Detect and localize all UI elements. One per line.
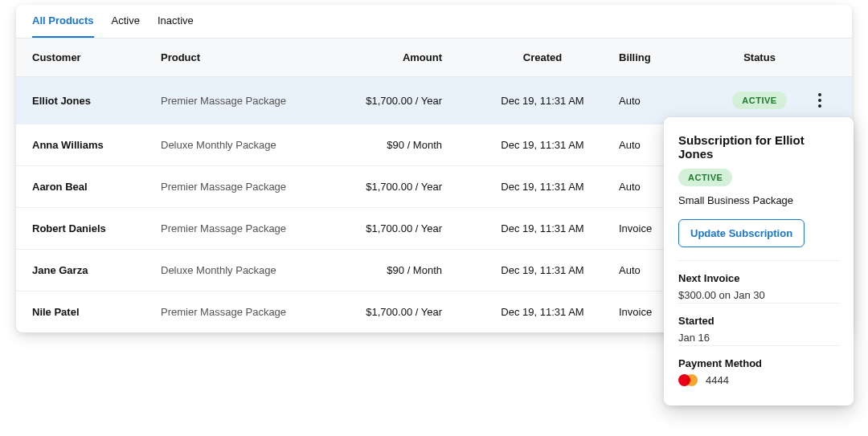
cell-product: Deluxe Monthly Package — [161, 139, 346, 151]
cell-product: Deluxe Monthly Package — [161, 264, 346, 276]
cell-status: ACTIVE — [715, 92, 804, 109]
payment-method-label: Payment Method — [678, 357, 839, 369]
cell-customer: Robert Daniels — [32, 222, 161, 234]
detail-title: Subscription for Elliot Jones — [678, 133, 839, 161]
started-section: Started Jan 16 — [678, 303, 839, 345]
started-value: Jan 16 — [678, 332, 839, 344]
cell-product: Premier Massage Package — [161, 222, 346, 234]
next-invoice-section: Next Invoice $300.00 on Jan 30 — [678, 260, 839, 303]
next-invoice-label: Next Invoice — [678, 272, 839, 284]
cell-created: Dec 19, 11:31 AM — [466, 222, 619, 234]
table-header: Customer Product Amount Created Billing … — [16, 39, 852, 77]
cell-product: Premier Massage Package — [161, 306, 346, 318]
tabs: All Products Active Inactive — [16, 5, 852, 39]
cell-amount: $90 / Month — [346, 139, 466, 151]
subscription-detail-panel: Subscription for Elliot Jones ACTIVE Sma… — [664, 117, 854, 405]
cell-customer: Aaron Beal — [32, 181, 161, 193]
card-last4: 4444 — [706, 374, 729, 386]
cell-product: Premier Massage Package — [161, 181, 346, 193]
status-badge: ACTIVE — [678, 169, 732, 186]
payment-method-section: Payment Method 4444 — [678, 345, 839, 388]
more-vertical-icon — [818, 93, 821, 108]
cell-created: Dec 19, 11:31 AM — [466, 264, 619, 276]
cell-billing: Auto — [619, 95, 715, 107]
cell-amount: $1,700.00 / Year — [346, 95, 466, 107]
cell-created: Dec 19, 11:31 AM — [466, 306, 619, 318]
tab-inactive[interactable]: Inactive — [158, 14, 194, 38]
next-invoice-value: $300.00 on Jan 30 — [678, 289, 839, 301]
tab-active[interactable]: Active — [112, 14, 140, 38]
cell-created: Dec 19, 11:31 AM — [466, 95, 619, 107]
col-status[interactable]: Status — [715, 51, 804, 63]
col-amount[interactable]: Amount — [346, 51, 466, 63]
update-subscription-button[interactable]: Update Subscription — [678, 219, 805, 247]
cell-created: Dec 19, 11:31 AM — [466, 139, 619, 151]
col-created[interactable]: Created — [466, 51, 619, 63]
cell-customer: Anna Williams — [32, 139, 161, 151]
detail-package: Small Business Package — [678, 194, 839, 206]
cell-customer: Elliot Jones — [32, 95, 161, 107]
mastercard-icon — [678, 374, 698, 386]
cell-created: Dec 19, 11:31 AM — [466, 181, 619, 193]
cell-amount: $1,700.00 / Year — [346, 306, 466, 318]
col-product[interactable]: Product — [161, 51, 346, 63]
cell-amount: $90 / Month — [346, 264, 466, 276]
status-badge: ACTIVE — [732, 92, 786, 109]
cell-product: Premier Massage Package — [161, 95, 346, 107]
cell-amount: $1,700.00 / Year — [346, 222, 466, 234]
cell-amount: $1,700.00 / Year — [346, 181, 466, 193]
col-customer[interactable]: Customer — [32, 51, 161, 63]
tab-all-products[interactable]: All Products — [32, 14, 94, 38]
col-billing[interactable]: Billing — [619, 51, 715, 63]
started-label: Started — [678, 315, 839, 327]
cell-customer: Nile Patel — [32, 306, 161, 318]
cell-customer: Jane Garza — [32, 264, 161, 276]
row-actions-button[interactable] — [804, 93, 836, 108]
